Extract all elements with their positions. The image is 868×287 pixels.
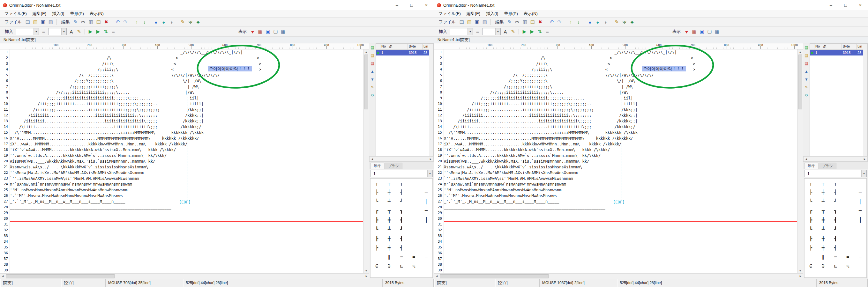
favorite-icon[interactable]: ♥ <box>683 28 690 35</box>
calendar-icon[interactable]: ▦ <box>256 28 264 35</box>
panel-toggle-icon[interactable]: ▢ <box>272 28 279 35</box>
table-scrollbar[interactable] <box>429 44 433 156</box>
clover-icon[interactable]: ♣ <box>194 19 202 26</box>
palette-char[interactable]: ≒ <box>407 262 420 271</box>
line-tool-icon[interactable]: ≡ <box>544 28 551 35</box>
vertical-scrollbar-thumb[interactable] <box>364 55 368 109</box>
paste-icon[interactable]: ▤ <box>95 19 102 26</box>
play-icon[interactable]: ▶ <box>87 28 94 35</box>
scroll-right-icon[interactable]: ▶ <box>364 274 369 279</box>
palette-char[interactable]: ━ <box>854 206 866 216</box>
scroll-right-icon[interactable]: ▶ <box>798 274 803 279</box>
char-picker-icon[interactable]: A <box>68 28 75 35</box>
table-horizontal-scrollbar[interactable]: ◀ ▶ <box>369 156 434 162</box>
selected-text[interactable]: 으아아아아아악！！！ <box>642 66 686 71</box>
vertical-scrollbar[interactable]: ▲ ▼ <box>363 50 369 273</box>
palette-char[interactable]: ┠ <box>805 234 817 243</box>
palette-char[interactable]: ∋ <box>817 262 829 271</box>
new-file-icon[interactable]: ▤ <box>24 19 31 26</box>
maximize-button[interactable]: □ <box>404 0 419 10</box>
monitor-icon[interactable]: ▣ <box>264 28 272 35</box>
minimize-button[interactable]: – <box>390 0 404 10</box>
palette-char[interactable]: − <box>420 253 432 262</box>
move-up-icon[interactable]: ↑ <box>567 19 575 26</box>
palette-char[interactable]: └ <box>805 197 817 206</box>
open-file-icon[interactable]: ▧ <box>32 19 39 26</box>
palette-char[interactable]: ╂ <box>817 234 829 243</box>
palette-char[interactable]: │ <box>420 197 432 206</box>
save-as-icon[interactable]: ▥ <box>47 19 54 26</box>
aa-down-icon[interactable]: ▼ <box>370 77 375 82</box>
brush-select[interactable]: 1 ▼ <box>804 170 867 177</box>
document-label[interactable]: NoName1.txt[変更] <box>3 37 36 43</box>
aa-insert-icon[interactable]: ▤ <box>804 53 809 58</box>
grid-toggle-icon[interactable]: ▦ <box>280 28 287 35</box>
palette-char[interactable]: ┠ <box>371 234 383 243</box>
aa-refresh-icon[interactable]: ↻ <box>370 93 375 98</box>
pen-icon[interactable]: ✎ <box>179 19 186 26</box>
palette-char[interactable]: ∈ <box>805 262 817 271</box>
palette-char[interactable]: ┫ <box>395 216 408 225</box>
horizontal-scrollbar[interactable]: ◀ ▶ <box>434 273 803 279</box>
favorite-icon[interactable]: ♥ <box>249 28 256 35</box>
aa-refresh-icon[interactable]: ↻ <box>804 93 809 98</box>
insert-type-combo[interactable]: ▼ <box>16 28 39 35</box>
aa-down-icon[interactable]: ▼ <box>804 77 809 82</box>
scroll-up-icon[interactable]: ▲ <box>364 50 369 54</box>
palette-char[interactable]: ┼ <box>383 188 395 197</box>
palette-char[interactable]: ┤ <box>395 188 408 197</box>
palette-char[interactable]: ┐ <box>829 179 842 188</box>
calendar-icon[interactable]: ▦ <box>690 28 698 35</box>
scroll-left-icon[interactable]: ◀ <box>0 274 5 279</box>
palette-char[interactable]: ≡ <box>395 253 408 262</box>
palette-char[interactable]: ┣ <box>805 216 817 225</box>
aa-up-icon[interactable]: ▲ <box>804 69 809 74</box>
aa-delete-icon[interactable]: ▤ <box>370 61 375 66</box>
scroll-left-icon[interactable]: ◀ <box>434 274 439 279</box>
play-all-icon[interactable]: ▶ <box>528 28 536 35</box>
mark-teal-icon[interactable]: ● <box>594 19 601 26</box>
palette-char[interactable]: ∥ <box>383 253 395 262</box>
scroll-left-icon[interactable]: ◀ <box>804 157 809 161</box>
aa-edit-icon[interactable]: ✎ <box>370 85 375 90</box>
palette-char[interactable]: ┌ <box>805 179 817 188</box>
aa-up-icon[interactable]: ▲ <box>370 69 375 74</box>
scroll-right-icon[interactable]: ▶ <box>428 157 433 161</box>
palette-char[interactable]: ┼ <box>817 188 829 197</box>
horizontal-scrollbar[interactable]: ◀ ▶ <box>0 273 369 279</box>
palette-char[interactable]: ┨ <box>395 234 408 243</box>
palette-char[interactable]: ┫ <box>829 216 842 225</box>
swap-lines-icon[interactable]: ⇅ <box>102 28 110 35</box>
palette-char[interactable]: ≒ <box>841 262 854 271</box>
minimize-button[interactable]: – <box>824 0 838 10</box>
aa-add-icon[interactable]: ▤ <box>804 45 809 50</box>
scroll-left-icon[interactable]: ◀ <box>370 157 375 161</box>
brush-select[interactable]: 1 ▼ <box>370 170 433 177</box>
delete-icon[interactable]: ✖ <box>102 19 110 26</box>
delete-icon[interactable]: ✖ <box>536 19 544 26</box>
branch-icon[interactable]: Ψ <box>621 19 628 26</box>
palette-char[interactable]: ┗ <box>805 225 817 234</box>
palette-char[interactable]: ┥ <box>829 243 842 253</box>
insert-list-icon[interactable]: ≡ <box>40 28 47 35</box>
palette-char[interactable]: ╋ <box>817 216 829 225</box>
palette-char[interactable]: ┣ <box>371 216 383 225</box>
palette-tab-1[interactable]: ブラシ <box>384 163 402 169</box>
insert-part-combo[interactable]: ▼ <box>48 28 67 35</box>
aa-delete-icon[interactable]: ▤ <box>804 61 809 66</box>
move-up-icon[interactable]: ↑ <box>133 19 141 26</box>
draw-pen-icon[interactable]: ✎ <box>75 28 83 35</box>
save-as-icon[interactable]: ▥ <box>481 19 488 26</box>
maximize-button[interactable]: □ <box>838 0 853 10</box>
document-label[interactable]: NoName1.txt[変更] <box>437 37 470 43</box>
edit-canvas[interactable]: _/\/\/\/\__/\/\/\/\/\_|\/\| /\ > < /iii\ <box>444 50 797 273</box>
palette-char[interactable]: ┌ <box>371 179 383 188</box>
aa-edit-icon[interactable]: ✎ <box>804 85 809 90</box>
palette-char[interactable]: ┬ <box>817 179 829 188</box>
play-all-icon[interactable]: ▶ <box>94 28 102 35</box>
palette-char[interactable]: ┏ <box>805 206 817 216</box>
cut-icon[interactable]: ✂ <box>80 19 87 26</box>
horizontal-scrollbar-thumb[interactable] <box>6 274 115 278</box>
mark-half-icon[interactable]: ◑ <box>601 19 609 26</box>
palette-char[interactable]: └ <box>371 197 383 206</box>
